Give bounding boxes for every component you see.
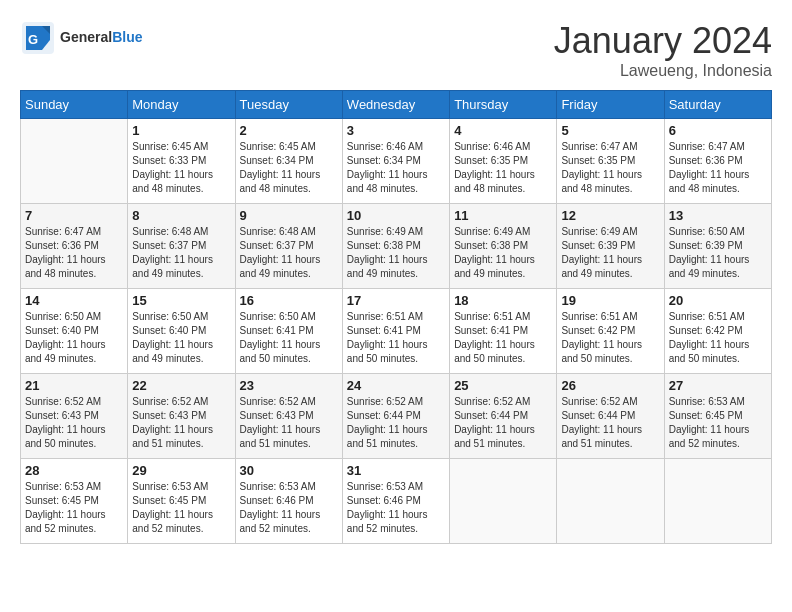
calendar-cell: 5Sunrise: 6:47 AMSunset: 6:35 PMDaylight… <box>557 119 664 204</box>
day-info: Sunrise: 6:52 AMSunset: 6:44 PMDaylight:… <box>454 395 552 451</box>
calendar-cell: 24Sunrise: 6:52 AMSunset: 6:44 PMDayligh… <box>342 374 449 459</box>
weekday-header-thursday: Thursday <box>450 91 557 119</box>
day-info: Sunrise: 6:52 AMSunset: 6:43 PMDaylight:… <box>132 395 230 451</box>
calendar-cell: 11Sunrise: 6:49 AMSunset: 6:38 PMDayligh… <box>450 204 557 289</box>
logo-text: GeneralBlue <box>60 30 142 45</box>
calendar-cell: 4Sunrise: 6:46 AMSunset: 6:35 PMDaylight… <box>450 119 557 204</box>
calendar-cell: 1Sunrise: 6:45 AMSunset: 6:33 PMDaylight… <box>128 119 235 204</box>
day-number: 10 <box>347 208 445 223</box>
day-info: Sunrise: 6:50 AMSunset: 6:39 PMDaylight:… <box>669 225 767 281</box>
calendar-cell: 21Sunrise: 6:52 AMSunset: 6:43 PMDayligh… <box>21 374 128 459</box>
day-info: Sunrise: 6:48 AMSunset: 6:37 PMDaylight:… <box>240 225 338 281</box>
logo-icon: G <box>20 20 56 56</box>
day-number: 5 <box>561 123 659 138</box>
calendar-cell: 28Sunrise: 6:53 AMSunset: 6:45 PMDayligh… <box>21 459 128 544</box>
day-info: Sunrise: 6:52 AMSunset: 6:44 PMDaylight:… <box>347 395 445 451</box>
calendar-cell: 13Sunrise: 6:50 AMSunset: 6:39 PMDayligh… <box>664 204 771 289</box>
calendar-week-4: 21Sunrise: 6:52 AMSunset: 6:43 PMDayligh… <box>21 374 772 459</box>
day-info: Sunrise: 6:53 AMSunset: 6:46 PMDaylight:… <box>347 480 445 536</box>
day-info: Sunrise: 6:45 AMSunset: 6:33 PMDaylight:… <box>132 140 230 196</box>
month-title: January 2024 <box>554 20 772 62</box>
logo: G GeneralBlue <box>20 20 142 56</box>
day-number: 4 <box>454 123 552 138</box>
weekday-header-tuesday: Tuesday <box>235 91 342 119</box>
calendar-table: SundayMondayTuesdayWednesdayThursdayFrid… <box>20 90 772 544</box>
weekday-header-saturday: Saturday <box>664 91 771 119</box>
calendar-cell: 18Sunrise: 6:51 AMSunset: 6:41 PMDayligh… <box>450 289 557 374</box>
day-info: Sunrise: 6:49 AMSunset: 6:39 PMDaylight:… <box>561 225 659 281</box>
day-number: 12 <box>561 208 659 223</box>
day-number: 3 <box>347 123 445 138</box>
day-number: 23 <box>240 378 338 393</box>
day-number: 2 <box>240 123 338 138</box>
day-number: 26 <box>561 378 659 393</box>
day-info: Sunrise: 6:50 AMSunset: 6:40 PMDaylight:… <box>132 310 230 366</box>
calendar-week-2: 7Sunrise: 6:47 AMSunset: 6:36 PMDaylight… <box>21 204 772 289</box>
day-number: 7 <box>25 208 123 223</box>
day-number: 16 <box>240 293 338 308</box>
weekday-header-monday: Monday <box>128 91 235 119</box>
day-info: Sunrise: 6:53 AMSunset: 6:46 PMDaylight:… <box>240 480 338 536</box>
day-number: 22 <box>132 378 230 393</box>
calendar-cell: 27Sunrise: 6:53 AMSunset: 6:45 PMDayligh… <box>664 374 771 459</box>
day-info: Sunrise: 6:50 AMSunset: 6:41 PMDaylight:… <box>240 310 338 366</box>
calendar-cell: 23Sunrise: 6:52 AMSunset: 6:43 PMDayligh… <box>235 374 342 459</box>
calendar-cell: 3Sunrise: 6:46 AMSunset: 6:34 PMDaylight… <box>342 119 449 204</box>
calendar-week-1: 1Sunrise: 6:45 AMSunset: 6:33 PMDaylight… <box>21 119 772 204</box>
day-number: 18 <box>454 293 552 308</box>
calendar-cell: 10Sunrise: 6:49 AMSunset: 6:38 PMDayligh… <box>342 204 449 289</box>
day-number: 28 <box>25 463 123 478</box>
logo-blue: Blue <box>112 29 142 45</box>
calendar-week-5: 28Sunrise: 6:53 AMSunset: 6:45 PMDayligh… <box>21 459 772 544</box>
page-header: G GeneralBlue January 2024 Laweueng, Ind… <box>20 20 772 80</box>
day-number: 25 <box>454 378 552 393</box>
day-info: Sunrise: 6:50 AMSunset: 6:40 PMDaylight:… <box>25 310 123 366</box>
day-info: Sunrise: 6:52 AMSunset: 6:43 PMDaylight:… <box>25 395 123 451</box>
day-info: Sunrise: 6:48 AMSunset: 6:37 PMDaylight:… <box>132 225 230 281</box>
day-info: Sunrise: 6:47 AMSunset: 6:36 PMDaylight:… <box>25 225 123 281</box>
weekday-header-sunday: Sunday <box>21 91 128 119</box>
calendar-cell: 12Sunrise: 6:49 AMSunset: 6:39 PMDayligh… <box>557 204 664 289</box>
day-info: Sunrise: 6:45 AMSunset: 6:34 PMDaylight:… <box>240 140 338 196</box>
weekday-header-friday: Friday <box>557 91 664 119</box>
calendar-cell: 20Sunrise: 6:51 AMSunset: 6:42 PMDayligh… <box>664 289 771 374</box>
day-number: 20 <box>669 293 767 308</box>
day-number: 8 <box>132 208 230 223</box>
weekday-header-row: SundayMondayTuesdayWednesdayThursdayFrid… <box>21 91 772 119</box>
calendar-cell <box>557 459 664 544</box>
calendar-cell: 19Sunrise: 6:51 AMSunset: 6:42 PMDayligh… <box>557 289 664 374</box>
weekday-header-wednesday: Wednesday <box>342 91 449 119</box>
calendar-cell: 8Sunrise: 6:48 AMSunset: 6:37 PMDaylight… <box>128 204 235 289</box>
calendar-cell: 15Sunrise: 6:50 AMSunset: 6:40 PMDayligh… <box>128 289 235 374</box>
title-block: January 2024 Laweueng, Indonesia <box>554 20 772 80</box>
day-number: 27 <box>669 378 767 393</box>
day-number: 17 <box>347 293 445 308</box>
day-number: 9 <box>240 208 338 223</box>
calendar-cell: 7Sunrise: 6:47 AMSunset: 6:36 PMDaylight… <box>21 204 128 289</box>
day-info: Sunrise: 6:51 AMSunset: 6:42 PMDaylight:… <box>561 310 659 366</box>
day-info: Sunrise: 6:53 AMSunset: 6:45 PMDaylight:… <box>132 480 230 536</box>
calendar-cell <box>21 119 128 204</box>
day-number: 6 <box>669 123 767 138</box>
day-info: Sunrise: 6:49 AMSunset: 6:38 PMDaylight:… <box>347 225 445 281</box>
day-number: 14 <box>25 293 123 308</box>
day-info: Sunrise: 6:49 AMSunset: 6:38 PMDaylight:… <box>454 225 552 281</box>
day-info: Sunrise: 6:47 AMSunset: 6:35 PMDaylight:… <box>561 140 659 196</box>
svg-text:G: G <box>28 32 38 47</box>
day-info: Sunrise: 6:52 AMSunset: 6:43 PMDaylight:… <box>240 395 338 451</box>
calendar-cell: 29Sunrise: 6:53 AMSunset: 6:45 PMDayligh… <box>128 459 235 544</box>
calendar-cell <box>664 459 771 544</box>
day-number: 29 <box>132 463 230 478</box>
calendar-cell: 14Sunrise: 6:50 AMSunset: 6:40 PMDayligh… <box>21 289 128 374</box>
day-number: 30 <box>240 463 338 478</box>
day-number: 1 <box>132 123 230 138</box>
calendar-cell: 31Sunrise: 6:53 AMSunset: 6:46 PMDayligh… <box>342 459 449 544</box>
calendar-cell: 25Sunrise: 6:52 AMSunset: 6:44 PMDayligh… <box>450 374 557 459</box>
day-number: 19 <box>561 293 659 308</box>
day-info: Sunrise: 6:46 AMSunset: 6:34 PMDaylight:… <box>347 140 445 196</box>
calendar-week-3: 14Sunrise: 6:50 AMSunset: 6:40 PMDayligh… <box>21 289 772 374</box>
day-info: Sunrise: 6:53 AMSunset: 6:45 PMDaylight:… <box>669 395 767 451</box>
location: Laweueng, Indonesia <box>554 62 772 80</box>
calendar-cell: 30Sunrise: 6:53 AMSunset: 6:46 PMDayligh… <box>235 459 342 544</box>
day-number: 31 <box>347 463 445 478</box>
